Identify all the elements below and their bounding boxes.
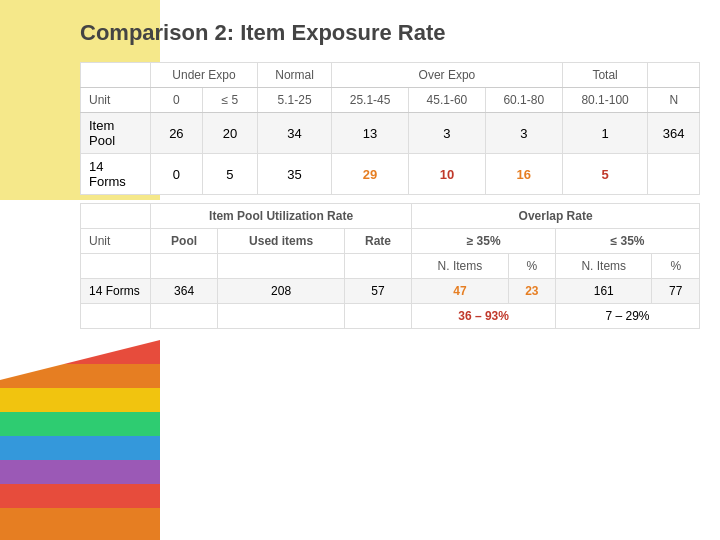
cell-0-4: 3 [409,113,486,154]
cell-0-7: 364 [648,113,700,154]
bottom-cell-0-3: 57 [344,279,411,304]
bottom-unit-label: Unit [81,229,151,254]
cell-1-4: 10 [409,154,486,195]
pool-header: Pool [151,229,218,254]
row-label-1: 14 Forms [81,154,151,195]
main-content: Comparison 2: Item Exposure Rate Under E… [80,20,700,520]
top-table: Under Expo Normal Over Expo Total Unit 0… [80,62,700,195]
overlap-rate-header: Overlap Rate [412,204,700,229]
bottom-cell-0-1: 364 [151,279,218,304]
cell-1-1: 5 [202,154,257,195]
cell-1-3: 29 [332,154,409,195]
over-expo-header: Over Expo [332,63,563,88]
sub-header-3: 25.1-45 [332,88,409,113]
ge35-header: ≥ 35% [412,229,556,254]
bottom-cell-0-6: 161 [556,279,652,304]
sub-header-1: ≤ 5 [202,88,257,113]
bottom-unit-header [81,204,151,229]
bottom-section: Item Pool Utilization Rate Overlap Rate … [80,203,700,329]
item-pool-util-header: Item Pool Utilization Rate [151,204,412,229]
le35-n-header: N. Items [556,254,652,279]
normal-header: Normal [258,63,332,88]
le35-range: 7 – 29% [556,304,700,329]
cell-0-6: 1 [562,113,648,154]
le35-pct-header: % [652,254,700,279]
cell-0-0: 26 [151,113,203,154]
bottom-cell-0-4: 47 [412,279,508,304]
bottom-cell-0-5: 23 [508,279,555,304]
page-title: Comparison 2: Item Exposure Rate [80,20,700,46]
empty-pool [151,254,218,279]
empty-rate [344,254,411,279]
sub-header-0: 0 [151,88,203,113]
under-expo-header: Under Expo [151,63,258,88]
cell-0-3: 13 [332,113,409,154]
sub-header-2: 5.1-25 [258,88,332,113]
total-header: Total [562,63,648,88]
cell-1-2: 35 [258,154,332,195]
cell-1-5: 16 [485,154,562,195]
cell-1-7 [648,154,700,195]
cell-0-1: 20 [202,113,257,154]
sub-header-6: 80.1-100 [562,88,648,113]
bottom-cell-0-2: 208 [218,279,345,304]
cell-1-0: 0 [151,154,203,195]
ge35-range: 36 – 93% [412,304,556,329]
sub-header-4: 45.1-60 [409,88,486,113]
bottom-cell-0-0: 14 Forms [81,279,151,304]
le35-header: ≤ 35% [556,229,700,254]
unit-label-header: Unit [81,88,151,113]
rate-header: Rate [344,229,411,254]
ge35-n-header: N. Items [412,254,508,279]
cell-0-2: 34 [258,113,332,154]
empty-sub [81,254,151,279]
ge35-pct-header: % [508,254,555,279]
cell-0-5: 3 [485,113,562,154]
n-header [648,63,700,88]
used-items-header: Used items [218,229,345,254]
sub-header-7: N [648,88,700,113]
bottom-table: Item Pool Utilization Rate Overlap Rate … [80,203,700,329]
empty-used [218,254,345,279]
row-label-0: Item Pool [81,113,151,154]
unit-col-header [81,63,151,88]
sub-header-5: 60.1-80 [485,88,562,113]
bottom-cell-0-7: 77 [652,279,700,304]
cell-1-6: 5 [562,154,648,195]
